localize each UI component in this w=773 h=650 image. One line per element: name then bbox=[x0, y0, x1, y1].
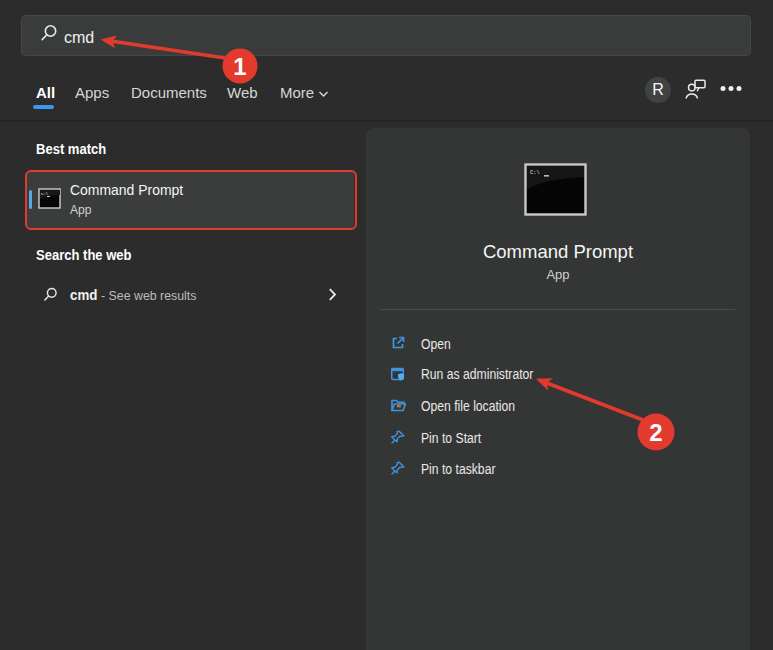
svg-text:2: 2 bbox=[649, 419, 662, 446]
svg-text:1: 1 bbox=[233, 53, 246, 80]
